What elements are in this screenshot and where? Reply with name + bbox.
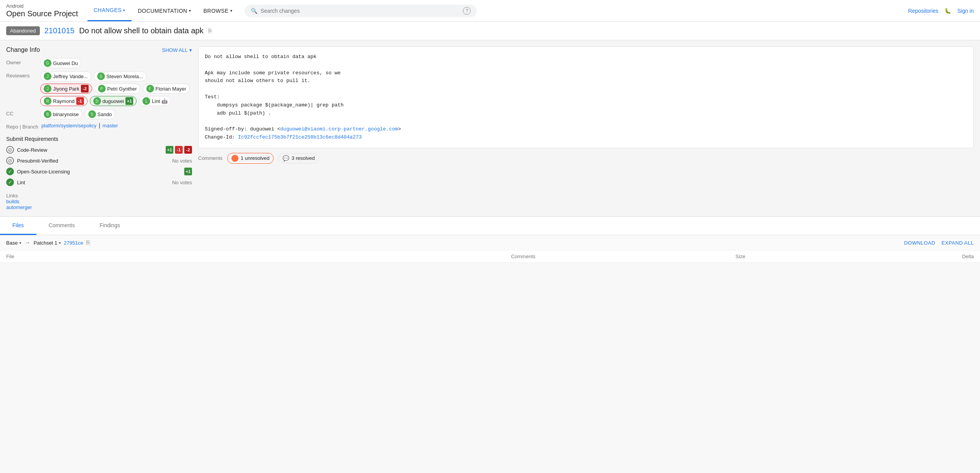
files-table: File Comments Size Delta (0, 250, 980, 263)
commit-link[interactable]: 27951ce (64, 240, 83, 246)
commit-copy-icon[interactable]: ⎘ (86, 239, 90, 246)
search-help-icon[interactable]: ? (463, 7, 471, 15)
reviewer-petri[interactable]: P Petri Gynther (94, 84, 140, 94)
osl-vote-plus1: +1 (184, 168, 192, 175)
reviewer-petri-avatar: P (98, 85, 106, 93)
logo[interactable]: Android Open Source Project (6, 3, 78, 19)
owner-value: G Guowei Du (40, 58, 81, 68)
links-label: Links (6, 193, 18, 199)
branch-link[interactable]: master (103, 123, 118, 129)
repo-link[interactable]: platform/system/sepolicy (41, 123, 96, 129)
cc-label: CC (6, 109, 37, 117)
reviewer-duguowei[interactable]: D duguowei +1 (90, 96, 137, 106)
signed-off-email[interactable]: duguowei@xiaomi.corp-partner.google.com (280, 126, 398, 132)
main-content: Change Info SHOW ALL ▾ Owner G Guowei Du… (0, 40, 980, 216)
link-automerger[interactable]: automerger (6, 204, 192, 210)
patchset-bar: Base ▾ → Patchset 1 ▾ 27951ce ⎘ DOWNLOAD… (0, 235, 980, 250)
reviewer-raymond[interactable]: R Raymond -1 (40, 96, 87, 106)
raymond-vote: -1 (76, 97, 84, 105)
tab-comments[interactable]: Comments (36, 217, 87, 235)
reviewer-lint[interactable]: L Lint 🤖 (139, 96, 171, 106)
download-button[interactable]: DOWNLOAD (904, 240, 935, 246)
reviewer-duguowei-avatar: D (93, 97, 101, 105)
req-presubmit-icon (6, 157, 14, 165)
patchset-arrow: ▾ (59, 241, 61, 245)
change-info-header: Change Info SHOW ALL ▾ (6, 46, 192, 53)
links-section: Links builds automerger (6, 192, 192, 210)
owner-label: Owner (6, 58, 37, 65)
req-presubmit: Presubmit-Verified No votes (6, 157, 192, 165)
reviewers-value: J Jeffrey Vande... S Steven Morela... J … (40, 71, 192, 106)
title-bar: Abandoned 2101015 Do not allow shell to … (0, 22, 980, 40)
unresolved-count: 1 unresolved (241, 155, 269, 161)
req-osl-name: Open-Source-Licensing (17, 169, 181, 175)
req-presubmit-name: Presubmit-Verified (17, 158, 169, 164)
req-osl: Open-Source-Licensing +1 (6, 168, 192, 175)
req-lint-votes: No votes (172, 180, 192, 185)
base-arrow: ▾ (19, 241, 21, 245)
bug-icon[interactable]: 🐛 (944, 8, 951, 14)
nav-browse-arrow: ▾ (230, 9, 233, 13)
submit-req-title: Submit Requirements (6, 136, 192, 142)
req-code-review-votes: +1 -1 -2 (166, 146, 192, 154)
link-builds[interactable]: builds (6, 199, 192, 204)
patchset-bar-actions: DOWNLOAD EXPAND ALL (904, 240, 974, 246)
nav-browse[interactable]: BROWSE ▾ (197, 0, 238, 21)
nav-changes[interactable]: CHANGES ▾ (87, 0, 132, 21)
col-comments: Comments (194, 250, 541, 263)
reviewer-jeffrey-avatar: J (44, 72, 51, 80)
resolved-count: 3 resolved (291, 155, 315, 161)
reviewer-jiyong[interactable]: J Jiyong Park -2 (40, 84, 92, 94)
cc-binarynoise[interactable]: B binarynoise (40, 109, 82, 119)
col-size: Size (541, 250, 751, 263)
resolved-comments-chip[interactable]: 💬 3 resolved (278, 153, 319, 163)
status-badge: Abandoned (6, 26, 40, 35)
patchset-selector[interactable]: Patchset 1 ▾ (34, 240, 61, 246)
base-selector[interactable]: Base ▾ (6, 240, 21, 246)
tab-findings[interactable]: Findings (87, 217, 132, 235)
reviewer-steven[interactable]: S Steven Morela... (94, 71, 147, 81)
change-number-link[interactable]: 2101015 (45, 26, 75, 35)
cc-sando-avatar: S (88, 110, 96, 118)
commit-message-box: Do not allow shell to obtain data apk Ap… (198, 46, 974, 148)
submit-requirements: Submit Requirements Code-Review +1 -1 -2… (6, 136, 192, 186)
copy-icon[interactable]: ⎘ (208, 27, 212, 34)
req-presubmit-votes: No votes (172, 158, 192, 164)
vote-minus2: -2 (184, 146, 192, 154)
unresolved-comments-chip[interactable]: 1 unresolved (227, 153, 274, 164)
tab-files[interactable]: Files (0, 217, 36, 235)
owner-chip[interactable]: G Guowei Du (40, 58, 81, 68)
search-icon: 🔍 (251, 8, 257, 14)
search-input[interactable] (260, 8, 460, 14)
comments-label: Comments (198, 155, 223, 161)
owner-avatar: G (44, 59, 51, 67)
vote-plus1: +1 (166, 146, 173, 154)
req-code-review: Code-Review +1 -1 -2 (6, 146, 192, 154)
sign-in-link[interactable]: Sign in (957, 8, 974, 14)
show-all-button[interactable]: SHOW ALL ▾ (162, 47, 192, 53)
header-actions: Repositories 🐛 Sign in (908, 8, 974, 14)
expand-all-button[interactable]: EXPAND ALL (941, 240, 974, 246)
comments-row: Comments 1 unresolved 💬 3 resolved (198, 153, 974, 164)
nav-changes-arrow: ▾ (123, 8, 125, 12)
reviewer-jeffrey[interactable]: J Jeffrey Vande... (40, 71, 91, 81)
nav-documentation[interactable]: DOCUMENTATION ▾ (132, 0, 197, 21)
col-file: File (0, 250, 194, 263)
nav-documentation-arrow: ▾ (189, 9, 191, 13)
repositories-link[interactable]: Repositories (908, 8, 938, 14)
req-osl-votes: +1 (184, 168, 192, 175)
req-code-review-icon (6, 146, 14, 154)
change-id-link[interactable]: Ic92fccfec175b3b7f21ce258b13c6ec8d404a27… (238, 134, 362, 140)
cc-sando[interactable]: S Sando (85, 109, 116, 119)
req-lint-icon (6, 178, 14, 186)
reviewer-steven-avatar: S (97, 72, 105, 80)
duguowei-vote: +1 (125, 97, 133, 105)
reviewer-lint-avatar: L (142, 97, 150, 105)
reviewer-florian[interactable]: F Florian Mayer (143, 84, 190, 94)
lint-emoji: 🤖 (161, 98, 168, 104)
req-lint: Lint No votes (6, 178, 192, 186)
reviewer-raymond-avatar: R (44, 97, 51, 105)
req-lint-name: Lint (17, 180, 169, 185)
reviewer-jiyong-avatar: J (44, 85, 51, 93)
main-nav: CHANGES ▾ DOCUMENTATION ▾ BROWSE ▾ (87, 0, 239, 21)
